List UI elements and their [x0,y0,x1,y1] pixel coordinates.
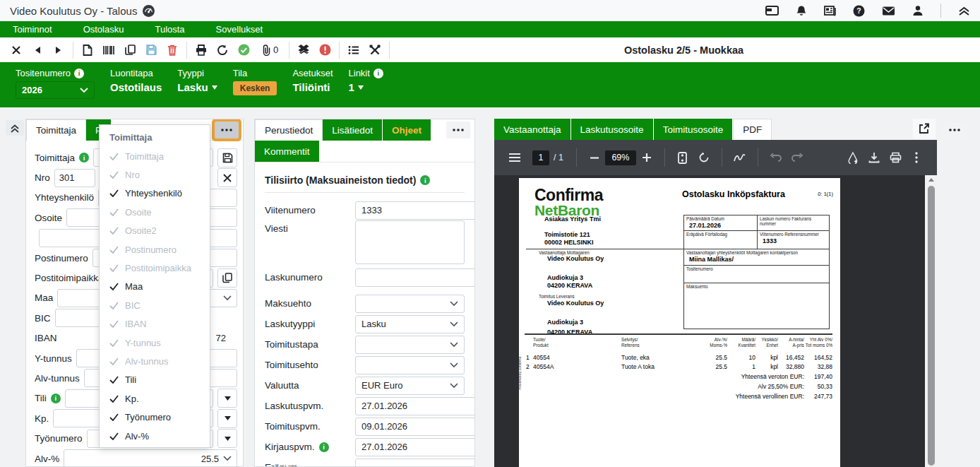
scroll-up-icon[interactable] [926,175,936,184]
menu-item-ytunnus[interactable]: Y-tunnus [100,333,210,352]
menu-item-kp[interactable]: Kp. [100,389,210,408]
info-icon[interactable] [374,69,383,78]
tab-lisatiedot[interactable]: Lisätiedot [323,119,383,141]
info-icon[interactable] [420,175,430,185]
newspaper-icon[interactable] [824,5,836,16]
mail-icon[interactable] [882,6,895,16]
maksuehto-select[interactable] [355,295,465,313]
menu-item-bic[interactable]: BIC [100,296,210,314]
tab-perustiedot[interactable]: Perustiedot [255,119,323,141]
tab-toimittaja[interactable]: Toimittaja [26,119,86,141]
kp-dropdown-button[interactable] [217,409,237,428]
tositenumero-select[interactable]: 2026 [16,81,95,99]
collapse-panel-button[interactable] [6,120,24,136]
refresh-button[interactable] [212,41,233,59]
new-document-button[interactable] [77,41,98,59]
delete-button[interactable] [162,41,183,59]
menu-item-osoite[interactable]: Osoite [100,203,210,221]
tab-ohjeet[interactable]: Ohjeet [383,119,431,141]
fit-page-icon[interactable] [672,148,693,167]
close-button[interactable] [6,41,27,59]
toimituspvm-input[interactable] [355,418,475,436]
rotate-icon[interactable] [693,148,715,167]
user-icon[interactable] [912,5,924,16]
menu-item-yhteyshenkilo[interactable]: Yhteyshenkilö [100,184,210,203]
laskutyyppi-select[interactable]: Lasku [355,315,465,333]
toimitustapa-select[interactable] [355,336,465,354]
tools-button[interactable] [364,41,386,59]
external-link-icon[interactable] [913,119,936,138]
tab-toimitusosoite[interactable]: Toimitusosoite [654,119,734,140]
viesti-textarea[interactable] [355,220,465,264]
valuutta-select[interactable]: EUR Euro [355,377,465,395]
menu-sovellukset[interactable]: Sovellukset [216,24,263,35]
menu-item-osoite2[interactable]: Osoite2 [100,222,210,240]
menu-item-tili[interactable]: Tili [100,371,210,389]
scrollbar-thumb[interactable] [928,186,935,466]
zoom-in-button[interactable] [636,148,657,167]
laskunumero-input[interactable] [355,268,475,287]
clear-supplier-button[interactable] [217,168,237,187]
tili-dropdown-button[interactable] [217,389,237,408]
help-icon[interactable]: ? [853,5,865,17]
tab-vastaanottaja[interactable]: Vastaanottaja [494,119,571,140]
double-arrows-button[interactable] [293,41,314,59]
menu-item-postitoimipaikka[interactable]: Postitoimipaikka [100,259,210,277]
save-button[interactable] [141,41,162,59]
menu-item-iban[interactable]: IBAN [100,315,210,333]
viitenumero-input[interactable] [355,201,475,220]
collapse-header-icon[interactable] [958,6,970,16]
pdf-scrollbar[interactable] [926,175,936,467]
info-icon[interactable] [319,442,329,452]
barcode-button[interactable] [98,41,119,59]
menu-item-alvpct[interactable]: Alv-% [100,427,210,445]
menu-item-tyonumero[interactable]: Työnumero [100,408,210,426]
menu-tulosta[interactable]: Tulosta [155,24,184,35]
zoom-out-button[interactable] [584,148,605,167]
info-icon[interactable] [79,153,89,162]
menu-toiminnot[interactable]: Toiminnot [13,24,52,35]
approve-icon[interactable] [233,41,254,59]
layout-options-button[interactable] [943,122,967,138]
tiliointi-link[interactable]: Tiliöinti [292,81,333,93]
copy-button[interactable] [119,41,141,59]
tyonumero-dropdown-button[interactable] [217,429,237,448]
zoom-level[interactable]: 69% [605,150,636,165]
menu-item-postinumero[interactable]: Postinumero [100,240,210,259]
info-icon[interactable] [51,394,61,403]
tab-pdf[interactable]: PDF [733,119,772,140]
previous-button[interactable] [27,41,48,59]
tyyppi-select[interactable]: Lasku [177,81,217,93]
list-button[interactable] [343,41,364,59]
copy-address-button[interactable] [217,268,237,288]
more-options-kebab-icon[interactable] [906,148,927,167]
menu-item-nro[interactable]: Nro [100,165,210,184]
linkit-select[interactable]: 1 [349,81,383,93]
save-supplier-button[interactable] [217,148,237,167]
pdf-menu-icon[interactable] [504,148,525,167]
attachments-button[interactable]: 0 [254,41,285,59]
alert-icon[interactable] [314,41,335,59]
erapvm-input[interactable] [355,459,475,467]
tab-laskutusosoite[interactable]: Laskutusosoite [571,119,654,140]
menu-item-alvtunnus[interactable]: Alv-tunnus [100,352,210,370]
tab-kommentit[interactable]: Kommentit [255,141,320,162]
next-button[interactable] [48,41,69,59]
laskutuspvm-input[interactable] [355,397,475,415]
details-options-button[interactable] [446,122,470,138]
pdf-canvas[interactable]: Confirma NetBaron Ostolasku Inköpsfaktur… [494,175,925,467]
kirjauspvm-input[interactable] [355,438,475,456]
toimitusehto-select[interactable] [355,356,465,374]
print-pdf-icon[interactable] [885,148,906,167]
download-icon[interactable] [864,148,885,167]
nro-input[interactable] [54,169,95,187]
print-button[interactable] [191,41,212,59]
menu-item-toimittaja[interactable]: Toimittaja [100,147,210,165]
column-options-button[interactable] [215,122,239,138]
bell-icon[interactable] [796,5,807,17]
pdf-page-number[interactable]: 1 [532,150,549,165]
info-icon[interactable] [74,69,84,78]
add-annotation-icon[interactable] [842,148,864,167]
alvpct-select[interactable]: 25.5 [64,449,237,467]
window-icon[interactable] [765,5,779,16]
